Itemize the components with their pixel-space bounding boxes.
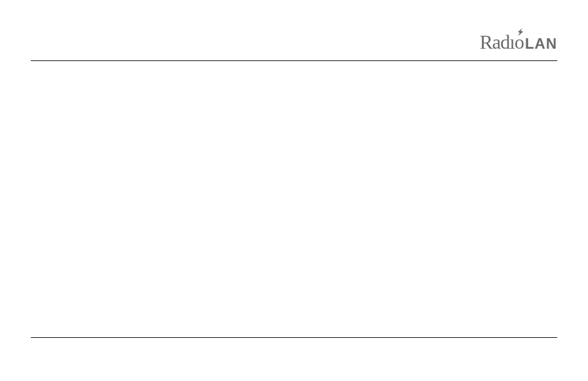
logo-text-lan: LAN [525,35,557,52]
page-header: Radıo LAN [31,31,557,59]
logo-text-radio: Radıo [480,31,523,54]
page-content [31,61,557,326]
footer-divider [31,337,557,338]
lightning-icon [515,27,525,39]
radiolan-logo: Radıo LAN [480,31,557,54]
document-page: Radıo LAN [0,0,588,381]
